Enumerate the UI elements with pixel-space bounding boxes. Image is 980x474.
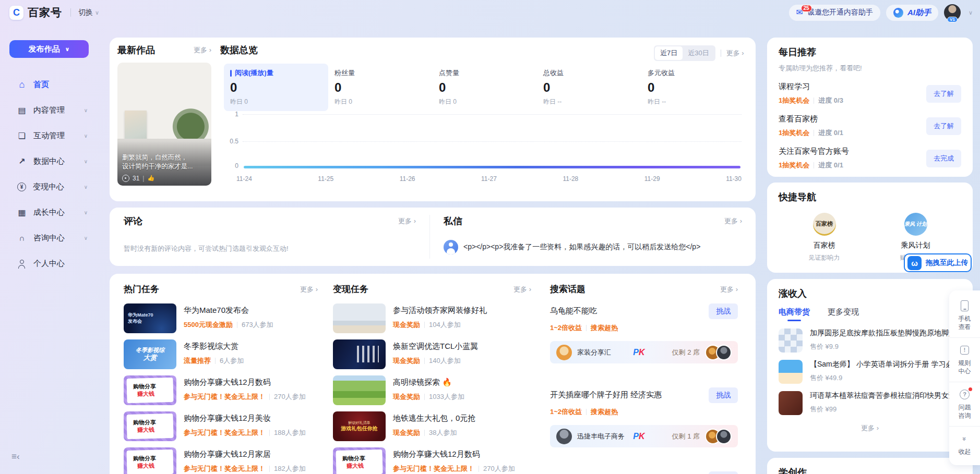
challenge-button[interactable]: 挑战	[709, 387, 738, 403]
pk-right-avatars	[705, 345, 732, 360]
messages-more-link[interactable]: 更多 ›	[724, 216, 742, 226]
product-row[interactable]: 加厚圆形足底按摩款指压板垫脚慢跑原地脚垫 售价 ¥9.9	[779, 329, 961, 353]
chevron-down-icon: ∨	[84, 159, 88, 164]
account-switch[interactable]: 切换	[78, 8, 93, 17]
task-row[interactable]: 购物分享 赚大钱 购物分享赚大钱12月家居 参与无门槛！奖金无上限！ 182人参…	[124, 447, 318, 474]
task-title: 购物分享赚大钱12月数码	[393, 449, 515, 459]
hot-tasks-title: 热门任务	[124, 283, 159, 295]
task-thumbnail: 华为Mate70 发布会	[124, 303, 176, 333]
task-row[interactable]: 冬季影视综 大赏 冬季影视综大赏 流量推荐 6人参加	[124, 339, 318, 369]
content-assistant-notice[interactable]: ✉25 诚邀您开通内容助手	[789, 5, 880, 21]
hot-tasks-more-link[interactable]: 更多 ›	[300, 285, 318, 294]
toolbar-item[interactable]: 规则 中心	[949, 337, 980, 382]
gridline-05	[243, 141, 742, 142]
x-axis-tick: 11-26	[400, 175, 415, 183]
task-row[interactable]: 参与活动领齐家网装修好礼 现金奖励 104人参加	[333, 303, 531, 333]
stat-label: 点赞量	[439, 68, 537, 78]
stat-label: 多元收益	[648, 68, 746, 78]
ai-assistant-button[interactable]: AI助手	[886, 5, 938, 21]
date-range-tab[interactable]: 近7日	[655, 46, 683, 60]
pk-card[interactable]: 家装分享汇 PK 仅剩 2 席	[550, 341, 738, 363]
sidebar-item-label: 首页	[33, 80, 88, 90]
product-row[interactable]: 【Sam老师】 小学英语单词拆分手册 学习必备 售价 ¥49.9	[779, 360, 961, 384]
sidebar-item[interactable]: 变现中心 ∨	[0, 174, 97, 200]
toolbar-item[interactable]: 收起	[949, 426, 980, 462]
x-axis-tick: 11-25	[318, 175, 333, 183]
overview-more-link[interactable]: 更多 ›	[726, 48, 744, 58]
range-divider	[721, 50, 721, 57]
sidebar-item-label: 个人中心	[33, 259, 88, 269]
avatar-level-badge: V1	[947, 17, 958, 22]
monetize-tasks-more-link[interactable]: 更多 ›	[513, 285, 531, 294]
task-row[interactable]: 购物分享 赚大钱 购物分享赚大钱12月数码 参与无门槛！奖金无上限！ 270人参…	[124, 375, 318, 405]
search-topics-more-link[interactable]: 更多 ›	[720, 285, 738, 294]
go-button[interactable]: 去了解	[926, 117, 961, 135]
go-button[interactable]: 去完成	[926, 150, 961, 167]
task-row[interactable]: 购物分享 赚大钱 购物分享赚大钱12月美妆 参与无门槛！奖金无上限！ 188人参…	[124, 411, 318, 441]
product-thumbnail	[779, 391, 803, 415]
stat-card[interactable]: 多元收益 0 昨日 --	[641, 64, 746, 111]
task-row[interactable]: 解锁好礼清单 游戏礼包任你抢 地铁逃生大礼包，0元抢 现金奖励 38人参加	[333, 411, 531, 441]
sidebar-item[interactable]: 数据中心 ∨	[0, 149, 97, 174]
topic-title: 乌龟能不能吃	[550, 303, 597, 316]
task-row[interactable]: 购物分享 赚大钱 购物分享赚大钱12月数码 参与无门槛！奖金无上限！ 270人参…	[333, 447, 531, 474]
date-range-tab[interactable]: 近30日	[683, 46, 714, 60]
toolbar-item[interactable]: 问题 咨询	[949, 382, 980, 426]
task-participants: 182人参加	[274, 464, 306, 473]
stat-yesterday: 昨日 0	[439, 98, 537, 106]
sidebar-item[interactable]: 个人中心 ∨	[0, 251, 97, 276]
latest-work-thumbnail[interactable]: 删繁就简，自然而然， 设计简约干净的家才是... 31 | 👍	[117, 63, 211, 186]
topic-item: 开关插座哪个牌子好用 经济实惠 挑战 1~2倍收益 搜索超热 迅捷丰电子商务 P…	[550, 387, 738, 447]
pk-opponent-name: 迅捷丰电子商务	[577, 432, 633, 441]
challenge-button[interactable]: 挑战	[709, 471, 738, 474]
stat-card[interactable]: 粉丝量 0 昨日 0	[328, 64, 433, 111]
app-logo[interactable]: C 百家号	[9, 5, 62, 20]
income-more-link[interactable]: 更多 ›	[779, 423, 961, 433]
stat-card[interactable]: 总收益 0 昨日 --	[537, 64, 641, 111]
sidebar-item[interactable]: 成长中心 ∨	[0, 200, 97, 225]
red-dot-badge	[969, 387, 972, 391]
quick-nav-item[interactable]: 百家榜 百家榜 见证影响力	[809, 213, 840, 262]
meta-divider	[814, 130, 814, 136]
task-title: 购物分享赚大钱12月美妆	[184, 414, 306, 423]
go-button[interactable]: 去了解	[926, 85, 961, 103]
task-thumbnail: 购物分享 赚大钱	[124, 447, 176, 474]
drag-upload-widget[interactable]: ω 拖拽至此上传	[904, 253, 972, 272]
income-tab[interactable]: 更多变现	[828, 307, 859, 321]
sidebar-item-icon	[17, 183, 26, 191]
pk-card[interactable]: 迅捷丰电子商务 PK 仅剩 1 席	[550, 425, 738, 447]
publish-button[interactable]: 发布作品 ∨	[9, 40, 89, 58]
pk-left-avatar	[556, 429, 572, 444]
income-tab[interactable]: 电商带货	[779, 307, 810, 321]
topic-heat-tag: 搜索超热	[591, 407, 618, 417]
avatar-chevron-down-icon[interactable]: ∨	[969, 9, 973, 16]
task-row[interactable]: 焕新空调优选TCL小蓝翼 现金奖励 140人参加	[333, 339, 531, 369]
pk-seats-left: 仅剩 1 席	[672, 432, 700, 441]
thumb-text-2: 发布会	[128, 319, 172, 324]
sidebar-item[interactable]: 内容管理 ∨	[0, 98, 97, 123]
task-row[interactable]: 华为Mate70 发布会 华为Mate70发布会 5500元现金激励 673人参…	[124, 303, 318, 333]
product-row[interactable]: 珂语草本植萃祛痘膏苦参根祛痘消印快男女适用 售价 ¥99	[779, 391, 961, 415]
sidebar-item[interactable]: 首页 ∨	[0, 72, 97, 98]
avatar	[716, 429, 732, 444]
meta-divider	[269, 394, 270, 400]
sidebar-collapse-icon[interactable]: ≡‹	[11, 452, 20, 462]
latest-works-more-link[interactable]: 更多 ›	[194, 45, 211, 55]
stat-card[interactable]: 点赞量 0 昨日 0	[433, 64, 537, 111]
message-text: <p></p><p>我准备了一些资料，如果感兴趣的话，可以稍后发送给您</p>	[463, 242, 700, 252]
app-logo-text: 百家号	[28, 5, 62, 20]
avatar	[716, 345, 732, 360]
toolbar-item[interactable]: 手机 查看	[949, 294, 980, 337]
user-avatar[interactable]: V1	[944, 4, 961, 21]
message-row[interactable]: <p></p><p>我准备了一些资料，如果感兴趣的话，可以稍后发送给您</p>	[444, 240, 742, 254]
daily-recommend-list: 课程学习 1抽奖机会 进度 0/3 去了解 查看百家榜	[779, 82, 961, 170]
stat-card[interactable]: 阅读(播放)量 0 昨日 0	[224, 64, 328, 111]
sidebar-item[interactable]: 咨询中心 ∨	[0, 225, 97, 251]
sidebar-item[interactable]: 互动管理 ∨	[0, 123, 97, 149]
thumb-text-1: 购物分享	[133, 383, 156, 391]
daily-recommend-card: 每日推荐 专属助理为您推荐，看看吧! 课程学习 1抽奖机会 进度 0/3	[767, 38, 973, 177]
challenge-button[interactable]: 挑战	[709, 303, 738, 319]
comments-more-link[interactable]: 更多 ›	[398, 216, 416, 226]
task-row[interactable]: 高明绿镜探索 🔥 现金奖励 1033人参加	[333, 375, 531, 405]
task-reward: 现金奖励	[393, 356, 420, 366]
